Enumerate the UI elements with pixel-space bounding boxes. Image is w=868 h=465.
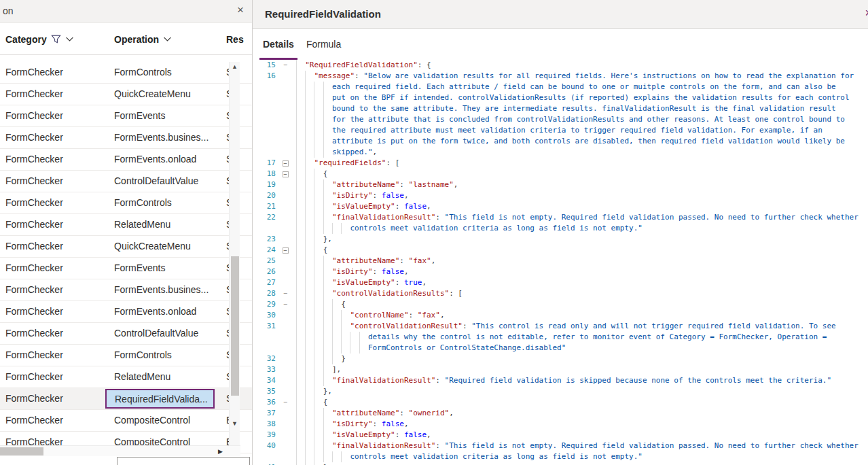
vertical-scrollbar-thumb[interactable] xyxy=(231,256,239,396)
operation-cell[interactable]: FormEvents.onload xyxy=(114,306,196,317)
indent-guide xyxy=(359,332,368,343)
code-text: skipped.", xyxy=(292,147,868,158)
indent-guide xyxy=(305,310,314,321)
filter-icon[interactable] xyxy=(51,34,61,44)
fold-toggle-icon[interactable]: − xyxy=(278,245,292,256)
scroll-right-icon[interactable]: ▶ xyxy=(218,448,223,455)
fold-spacer xyxy=(278,136,292,147)
fold-toggle-icon[interactable]: − xyxy=(278,299,292,310)
line-number xyxy=(253,92,278,103)
fold-spacer xyxy=(278,451,292,462)
line-number xyxy=(253,114,278,125)
scroll-down-icon[interactable]: ▼ xyxy=(232,420,238,427)
horizontal-scrollbar-thumb[interactable] xyxy=(0,447,43,455)
fold-spacer xyxy=(278,343,292,354)
table-row[interactable]: FormCheckerCompositeControlE xyxy=(0,410,252,432)
vertical-scrollbar[interactable]: ▲ ▼ xyxy=(229,62,240,445)
indent-guide xyxy=(305,375,314,386)
table-row[interactable]: FormCheckerControlDefaultValueS xyxy=(0,323,252,345)
indent-guide xyxy=(323,451,332,462)
indent-guide xyxy=(323,299,332,310)
operation-cell[interactable]: FormEvents xyxy=(114,262,165,273)
operation-cell[interactable]: QuickCreateMenu xyxy=(114,241,191,252)
operation-cell[interactable]: FormControls xyxy=(114,349,172,360)
table-row[interactable]: FormCheckerFormControlsS xyxy=(0,62,252,84)
indent-guide xyxy=(314,375,323,386)
json-code-editor[interactable]: 15−"RequiredFieldValidation": {16"messag… xyxy=(253,60,868,465)
table-row[interactable]: FormCheckerRelatedMenuS xyxy=(0,366,252,388)
fold-toggle-icon[interactable]: − xyxy=(278,397,292,408)
horizontal-scrollbar[interactable]: ▶ xyxy=(0,445,240,456)
column-header-category[interactable]: Category xyxy=(5,23,74,55)
fold-spacer xyxy=(278,462,292,465)
indent-guide xyxy=(314,179,323,190)
table-row[interactable]: FormCheckerFormEvents.onloadS xyxy=(0,149,252,171)
fold-spacer xyxy=(278,190,292,201)
indent-guide xyxy=(341,343,350,354)
table-row[interactable]: FormCheckerFormControlsS xyxy=(0,345,252,366)
close-icon[interactable]: × xyxy=(237,3,244,17)
selected-operation-cell[interactable]: RequiredFieldValida... xyxy=(105,389,215,409)
column-label-category: Category xyxy=(5,34,47,45)
indent-guide xyxy=(296,277,305,288)
table-row[interactable]: FormCheckerFormEvents.busines...S xyxy=(0,279,252,301)
category-cell: FormChecker xyxy=(5,415,63,426)
table-row[interactable]: FormCheckerFormEvents.onloadS xyxy=(0,301,252,323)
indent-guide xyxy=(314,212,323,223)
operation-cell[interactable]: FormControls xyxy=(114,67,172,78)
indent-guide xyxy=(296,158,305,169)
code-text: "RequiredFieldValidation": { xyxy=(292,60,868,71)
table-footer-input[interactable] xyxy=(117,457,250,465)
table-row[interactable]: FormCheckerRequiredFieldValida...S xyxy=(0,388,252,410)
table-row[interactable]: FormCheckerRelatedMenuS xyxy=(0,214,252,236)
operation-cell[interactable]: RelatedMenu xyxy=(114,371,170,382)
chevron-down-icon[interactable] xyxy=(163,35,172,44)
close-icon[interactable]: × xyxy=(865,6,868,20)
line-number xyxy=(253,451,278,462)
code-row: 41}, xyxy=(253,462,868,465)
operation-cell[interactable]: FormEvents.onload xyxy=(114,154,196,165)
fold-spacer xyxy=(278,386,292,397)
fold-spacer xyxy=(278,441,292,451)
indent-guide xyxy=(305,441,314,451)
indent-guide xyxy=(314,277,323,288)
code-text: { xyxy=(292,397,868,408)
operation-cell[interactable]: FormEvents.busines... xyxy=(114,284,209,295)
indent-guide xyxy=(323,321,332,332)
fold-toggle-icon[interactable]: − xyxy=(278,60,292,71)
fold-toggle-icon[interactable]: − xyxy=(278,169,292,179)
indent-guide xyxy=(296,332,305,343)
code-row: 29−{ xyxy=(253,299,868,310)
fold-toggle-icon[interactable]: − xyxy=(278,288,292,299)
tab-details[interactable]: Details xyxy=(257,29,300,60)
table-row[interactable]: FormCheckerFormControlsS xyxy=(0,192,252,214)
operation-cell[interactable]: FormControls xyxy=(114,197,172,208)
indent-guide xyxy=(314,245,323,256)
table-row[interactable]: FormCheckerControlDefaultValueS xyxy=(0,171,252,192)
column-header-result[interactable]: Res xyxy=(226,23,244,55)
table-row[interactable]: FormCheckerQuickCreateMenuS xyxy=(0,236,252,258)
fold-toggle-icon[interactable]: − xyxy=(278,158,292,169)
fold-spacer xyxy=(278,266,292,277)
indent-guide xyxy=(332,223,341,234)
operation-cell[interactable]: CompositeControl xyxy=(114,415,190,426)
fold-spacer xyxy=(278,234,292,245)
operation-cell[interactable]: ControlDefaultValue xyxy=(114,175,198,186)
code-row: 23}, xyxy=(253,234,868,245)
chevron-down-icon[interactable] xyxy=(65,35,74,44)
table-row[interactable]: FormCheckerFormEventsS xyxy=(0,105,252,127)
line-number xyxy=(253,147,278,158)
table-row[interactable]: FormCheckerFormEvents.busines...S xyxy=(0,127,252,149)
operation-cell[interactable]: FormEvents xyxy=(114,110,165,121)
operation-cell[interactable]: QuickCreateMenu xyxy=(114,88,191,99)
operation-cell[interactable]: ControlDefaultValue xyxy=(114,328,198,339)
scroll-up-icon[interactable]: ▲ xyxy=(232,63,238,70)
table-row[interactable]: FormCheckerFormEventsS xyxy=(0,258,252,279)
line-number: 39 xyxy=(253,430,278,441)
indent-guide xyxy=(323,354,332,364)
column-header-operation[interactable]: Operation xyxy=(114,23,172,55)
tab-formula[interactable]: Formula xyxy=(300,29,347,60)
operation-cell[interactable]: RelatedMenu xyxy=(114,219,170,230)
table-row[interactable]: FormCheckerQuickCreateMenuS xyxy=(0,84,252,105)
operation-cell[interactable]: FormEvents.busines... xyxy=(114,132,209,143)
